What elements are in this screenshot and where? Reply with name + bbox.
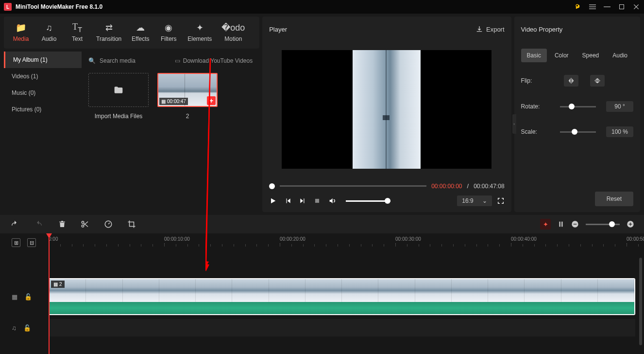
video-track[interactable]: ▦ 🔓 ▦2 xyxy=(49,278,635,315)
elements-icon: ✦ xyxy=(196,23,203,33)
prop-tab-color[interactable]: Color xyxy=(549,49,575,62)
tab-motion[interactable]: �odoMotion xyxy=(217,20,250,45)
prop-tab-speed[interactable]: Speed xyxy=(576,49,605,62)
app-title: MiniTool MovieMaker Free 8.1.0 xyxy=(16,3,102,10)
tab-audio[interactable]: ♫Audio xyxy=(35,20,63,45)
audio-track[interactable]: ♫ 🔓 xyxy=(49,319,635,336)
search-icon: 🔍 xyxy=(88,57,96,64)
properties-title: Video Property xyxy=(521,22,633,36)
magnet-button[interactable] xyxy=(558,220,564,228)
prop-tab-basic[interactable]: Basic xyxy=(521,49,547,62)
text-icon: TT xyxy=(72,23,82,33)
audio-track-icon: ♫ xyxy=(12,324,17,332)
rotate-value[interactable]: 90 ° xyxy=(606,101,633,112)
filters-icon: ◉ xyxy=(165,23,172,33)
svg-rect-3 xyxy=(604,6,610,7)
tab-text[interactable]: TTText xyxy=(63,20,91,45)
svg-rect-0 xyxy=(589,4,596,5)
zoom-slider[interactable] xyxy=(586,224,620,225)
titlebar: L MiniTool MovieMaker Free 8.1.0 xyxy=(0,0,644,14)
zoom-in-button[interactable] xyxy=(627,220,634,228)
undo-button[interactable] xyxy=(10,220,19,229)
speed-button[interactable] xyxy=(104,220,113,229)
svg-rect-2 xyxy=(589,9,596,9)
sidebar-item-myalbum[interactable]: My Album (1) xyxy=(4,52,82,68)
svg-rect-5 xyxy=(315,199,319,203)
tab-filters[interactable]: ◉Filters xyxy=(154,20,183,45)
reset-button[interactable]: Reset xyxy=(595,192,633,206)
video-preview[interactable] xyxy=(282,50,491,169)
tab-transition[interactable]: ⇄Transition xyxy=(91,20,126,45)
effects-icon: ☁ xyxy=(136,23,145,33)
collapse-handle[interactable]: › xyxy=(512,114,516,134)
sidebar-item-music[interactable]: Music (0) xyxy=(4,85,82,101)
volume-slider[interactable] xyxy=(346,200,390,202)
video-track-icon: ▦ xyxy=(12,293,17,301)
menu-icon[interactable] xyxy=(589,3,596,11)
export-button[interactable]: Export xyxy=(475,25,505,33)
svg-rect-4 xyxy=(620,5,624,9)
fullscreen-button[interactable] xyxy=(497,197,505,205)
properties-panel: › Video Property Basic Color Speed Audio… xyxy=(514,17,640,212)
main-toolbar: 📁Media ♫Audio TTText ⇄Transition ☁Effect… xyxy=(4,17,259,49)
sidebar: My Album (1) Videos (1) Music (0) Pictur… xyxy=(4,52,82,212)
aspect-ratio-select[interactable]: 16:9⌄ xyxy=(457,195,491,206)
flip-vertical-button[interactable] xyxy=(590,75,605,87)
crop-button[interactable] xyxy=(127,220,136,229)
scale-value[interactable]: 100 % xyxy=(606,126,633,137)
import-media-dropzone[interactable] xyxy=(88,73,149,107)
current-time: 00:00:00:00 xyxy=(431,183,462,190)
play-button[interactable] xyxy=(269,197,277,205)
maximize-icon[interactable] xyxy=(618,3,626,11)
app-logo: L xyxy=(4,3,12,11)
clip-badge: ▦2 xyxy=(51,281,65,288)
add-to-timeline-button[interactable]: + xyxy=(207,96,216,105)
flip-label: Flip: xyxy=(521,77,555,84)
split-button[interactable] xyxy=(81,220,89,229)
video-clip[interactable]: ▦2 xyxy=(49,278,635,315)
snap-button[interactable]: ✦ xyxy=(540,219,551,230)
svg-rect-7 xyxy=(594,80,600,81)
redo-button[interactable] xyxy=(34,220,44,229)
prev-frame-button[interactable] xyxy=(285,197,291,204)
tab-effects[interactable]: ☁Effects xyxy=(126,20,154,45)
scale-label: Scale: xyxy=(521,128,555,135)
transition-icon: ⇄ xyxy=(105,23,113,33)
key-icon[interactable] xyxy=(574,3,582,11)
zoom-out-button[interactable] xyxy=(571,220,579,228)
import-label: Import Media Files xyxy=(88,113,149,120)
thumbnail-count: 2 xyxy=(157,113,218,120)
rotate-slider[interactable] xyxy=(560,106,596,107)
sidebar-item-videos[interactable]: Videos (1) xyxy=(4,68,82,85)
delete-button[interactable] xyxy=(58,220,66,229)
tab-media[interactable]: 📁Media xyxy=(7,20,35,45)
media-thumbnail[interactable]: ▦00:00:47 + 2 xyxy=(157,73,218,120)
svg-rect-17 xyxy=(630,223,630,226)
lock-icon[interactable]: 🔓 xyxy=(23,324,31,332)
playhead[interactable] xyxy=(49,233,50,354)
timeline-remove-button[interactable]: ⊟ xyxy=(27,238,36,247)
tab-elements[interactable]: ✦Elements xyxy=(183,20,217,45)
search-input[interactable]: 🔍Search media xyxy=(88,57,136,64)
stop-button[interactable] xyxy=(314,197,321,204)
lock-icon[interactable]: 🔓 xyxy=(24,293,32,301)
svg-rect-14 xyxy=(574,224,577,224)
prop-tab-audio[interactable]: Audio xyxy=(607,49,633,62)
chevron-down-icon: ⌄ xyxy=(482,197,487,204)
next-frame-button[interactable] xyxy=(299,197,306,204)
flip-horizontal-button[interactable] xyxy=(564,75,578,87)
close-icon[interactable] xyxy=(632,3,640,11)
download-youtube-button[interactable]: ▭Download YouTube Videos xyxy=(175,57,253,64)
timeline-add-button[interactable]: ⊞ xyxy=(12,238,20,247)
sidebar-item-pictures[interactable]: Pictures (0) xyxy=(4,101,82,118)
scrollbar[interactable] xyxy=(639,258,642,345)
film-icon: ▦ xyxy=(161,99,166,104)
minimize-icon[interactable] xyxy=(603,3,611,11)
music-icon: ♫ xyxy=(46,23,52,33)
playback-progress[interactable]: 00:00:00:00 / 00:00:47:08 xyxy=(269,182,504,190)
timeline-ruler[interactable]: 0:00 00:00:10:00 00:00:20:00 00:00:30:00… xyxy=(49,233,644,252)
volume-button[interactable] xyxy=(328,197,336,205)
thumbnail-duration: ▦00:00:47 xyxy=(159,98,188,105)
audio-waveform xyxy=(50,302,634,314)
scale-slider[interactable] xyxy=(560,131,596,133)
